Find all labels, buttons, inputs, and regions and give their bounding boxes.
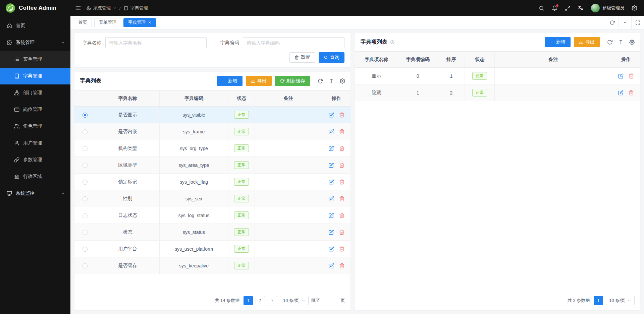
delete-icon[interactable] xyxy=(339,112,344,118)
app-logo[interactable]: Coffee Admin xyxy=(0,0,70,16)
delete-icon[interactable] xyxy=(339,129,344,134)
sidebar-item-user-mgmt[interactable]: 用户管理 xyxy=(0,135,70,151)
page-size-select[interactable]: 10 条/页 xyxy=(606,296,635,305)
row-radio[interactable] xyxy=(83,146,88,151)
export-dict-button[interactable]: 导出 xyxy=(246,76,272,86)
delete-icon[interactable] xyxy=(339,246,344,252)
row-radio[interactable] xyxy=(83,180,88,185)
sidebar-item-param-mgmt[interactable]: 参数管理 xyxy=(0,151,70,168)
row-radio[interactable] xyxy=(83,213,88,218)
row-radio[interactable] xyxy=(83,113,88,118)
row-radio[interactable] xyxy=(83,129,88,134)
row-radio[interactable] xyxy=(83,263,88,268)
breadcrumb-item-system[interactable]: 系统管理 xyxy=(93,5,111,11)
tab-menu-mgmt[interactable]: 菜单管理 xyxy=(94,18,121,27)
delete-icon[interactable] xyxy=(339,163,344,168)
font-size-icon[interactable] xyxy=(329,78,334,84)
breadcrumb-item-dict[interactable]: 字典管理 xyxy=(130,5,148,11)
user-menu[interactable]: 超级管理员 xyxy=(591,4,624,12)
jump-page-input[interactable] xyxy=(323,296,338,305)
table-row[interactable]: 性别 sys_sex 正常 xyxy=(74,190,351,207)
page-button-1[interactable]: 1 xyxy=(244,296,253,305)
sidebar-item-dict-mgmt[interactable]: 字典管理 xyxy=(0,68,70,84)
sidebar-collapse-icon[interactable] xyxy=(75,5,81,11)
sidebar-item-role-mgmt[interactable]: 角色管理 xyxy=(0,118,70,135)
table-row[interactable]: 日志状态 sys_log_status 正常 xyxy=(74,207,351,224)
add-dict-item-button[interactable]: 新增 xyxy=(545,37,571,47)
table-row[interactable]: 机构类型 sys_org_type 正常 xyxy=(74,140,351,157)
search-icon[interactable] xyxy=(539,5,544,11)
sidebar-item-post-mgmt[interactable]: 岗位管理 xyxy=(0,101,70,118)
dict-code-label: 字典编码 xyxy=(215,40,243,46)
row-radio[interactable] xyxy=(83,247,88,252)
settings-icon[interactable] xyxy=(632,5,637,11)
delete-icon[interactable] xyxy=(339,263,344,268)
delete-icon[interactable] xyxy=(339,179,344,185)
tab-dict-mgmt[interactable]: 字典管理 xyxy=(123,18,156,27)
export-dict-items-button[interactable]: 导出 xyxy=(574,37,600,47)
translate-icon[interactable] xyxy=(578,5,584,11)
edit-icon[interactable] xyxy=(329,129,334,134)
add-dict-button[interactable]: 新增 xyxy=(217,76,243,86)
delete-icon[interactable] xyxy=(339,146,344,151)
edit-icon[interactable] xyxy=(329,112,334,118)
refresh-icon[interactable] xyxy=(607,40,612,45)
edit-icon[interactable] xyxy=(329,246,334,252)
plus-icon xyxy=(222,79,226,83)
query-button[interactable]: 查询 xyxy=(319,52,344,63)
refresh-page-button[interactable] xyxy=(606,16,619,29)
notification-bell[interactable] xyxy=(552,5,557,11)
delete-icon[interactable] xyxy=(339,230,344,235)
sidebar-item-home[interactable]: 首页 xyxy=(0,17,70,34)
sidebar-item-system-monitor[interactable]: 系统监控 xyxy=(0,185,70,202)
fullscreen-icon[interactable] xyxy=(565,5,571,11)
table-row[interactable]: 锁定标记 sys_lock_flag 正常 xyxy=(74,174,351,190)
edit-icon[interactable] xyxy=(618,73,624,79)
info-icon[interactable] xyxy=(390,40,395,45)
table-row[interactable]: 区域类型 sys_area_type 正常 xyxy=(74,157,351,174)
edit-icon[interactable] xyxy=(329,263,334,268)
delete-icon[interactable] xyxy=(629,73,634,79)
table-row[interactable]: 状态 sys_status 正常 xyxy=(74,224,351,241)
tab-home[interactable]: 首页 xyxy=(74,18,92,27)
delete-icon[interactable] xyxy=(339,196,344,201)
delete-icon[interactable] xyxy=(339,213,344,218)
row-radio[interactable] xyxy=(83,163,88,168)
edit-icon[interactable] xyxy=(329,179,334,185)
row-radio[interactable] xyxy=(83,196,88,201)
sidebar-item-system-mgmt[interactable]: 系统管理 xyxy=(0,34,70,51)
close-icon[interactable] xyxy=(148,21,151,24)
edit-icon[interactable] xyxy=(329,146,334,151)
content-fullscreen-button[interactable] xyxy=(631,16,644,29)
page-button-1[interactable]: 1 xyxy=(594,296,603,305)
edit-icon[interactable] xyxy=(329,230,334,235)
tab-options-button[interactable] xyxy=(619,16,631,29)
edit-icon[interactable] xyxy=(618,90,624,96)
sidebar-item-dept-mgmt[interactable]: 部门管理 xyxy=(0,84,70,101)
edit-icon[interactable] xyxy=(329,196,334,201)
refresh-cache-button[interactable]: 刷新缓存 xyxy=(275,76,310,86)
table-row[interactable]: 是否缓存 sys_keepalive 正常 xyxy=(74,257,351,274)
dict-name-input[interactable] xyxy=(105,37,207,48)
sidebar-item-menu-mgmt[interactable]: 菜单管理 xyxy=(0,51,70,68)
table-row[interactable]: 隐藏 1 2 正常 xyxy=(355,84,640,101)
delete-icon[interactable] xyxy=(629,90,634,96)
edit-icon[interactable] xyxy=(329,213,334,218)
column-settings-icon[interactable] xyxy=(629,40,635,45)
table-row[interactable]: 是否显示 sys_visible 正常 xyxy=(74,107,351,123)
page-button-2[interactable]: 2 xyxy=(256,296,265,305)
table-row[interactable]: 用户平台 sys_user_platform 正常 xyxy=(74,241,351,257)
font-size-icon[interactable] xyxy=(618,40,624,45)
table-row[interactable]: 显示 0 1 正常 xyxy=(355,68,640,84)
sidebar-item-label: 角色管理 xyxy=(23,123,42,129)
sidebar-item-region[interactable]: 行政区域 xyxy=(0,168,70,185)
next-page-button[interactable] xyxy=(268,296,277,305)
column-settings-icon[interactable] xyxy=(340,78,345,84)
refresh-icon[interactable] xyxy=(318,78,323,84)
dict-code-input[interactable] xyxy=(243,37,344,48)
reset-button[interactable]: 重置 xyxy=(289,52,315,63)
edit-icon[interactable] xyxy=(329,163,334,168)
page-size-select[interactable]: 10 条/页 xyxy=(280,296,309,305)
row-radio[interactable] xyxy=(83,230,88,235)
table-row[interactable]: 是否内嵌 sys_frame 正常 xyxy=(74,123,351,140)
